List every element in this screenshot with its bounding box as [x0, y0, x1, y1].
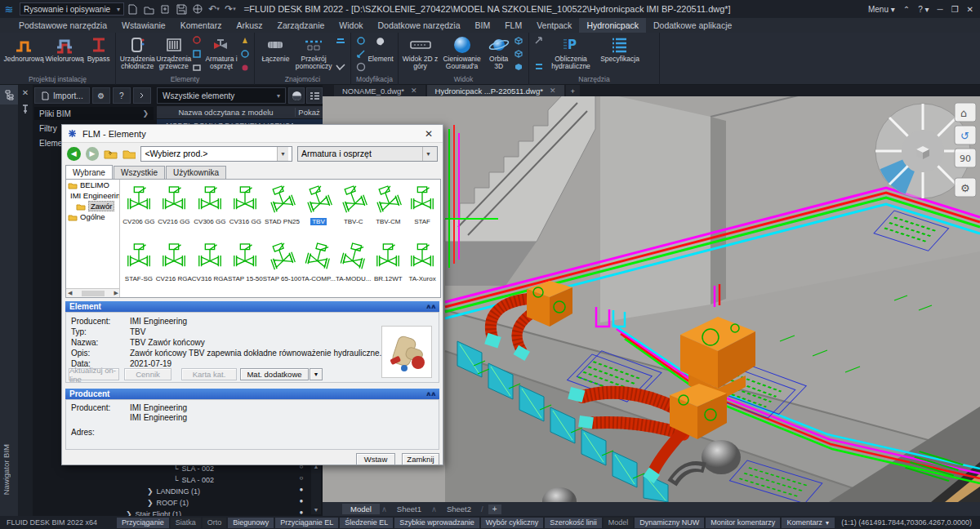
tree-node-zawor[interactable]: Zawór [66, 201, 119, 211]
forward-button[interactable]: ▶ [86, 147, 100, 161]
new-file-icon[interactable] [124, 2, 140, 16]
pin-ribbon-icon[interactable]: ⌃ [903, 5, 910, 14]
panel-scrollbar[interactable]: ▲▼ [311, 462, 321, 514]
obliczenia-hydrauliczne-button[interactable]: P Obliczenia hydrauliczne [546, 34, 596, 75]
laczenie-button[interactable]: Łączenie [258, 34, 293, 75]
catalog-item[interactable]: STAP 15-50 [228, 238, 263, 296]
folder-up-icon[interactable] [104, 148, 118, 159]
toggle-siatka[interactable]: Siatka [171, 518, 201, 528]
tab-dodatkowe-narzedzia[interactable]: Dodatkowe narzędzia [371, 18, 468, 33]
scroll-down-icon[interactable]: ▼ [314, 507, 319, 513]
toggle-przyciaganie-el[interactable]: Przyciąganie EL [275, 518, 338, 528]
tab-bim[interactable]: BIM [468, 18, 498, 33]
specyfikacja-button[interactable]: Specyfikacja [596, 34, 644, 75]
toggle-przyciaganie[interactable]: Przyciąganie [117, 518, 169, 528]
visibility-dot[interactable]: ● [296, 497, 307, 505]
customize-quick-access-icon[interactable]: = [238, 2, 255, 16]
open-file-icon[interactable] [140, 2, 157, 16]
toggle-sledzenie-el[interactable]: Śledzenie EL [340, 518, 393, 528]
layout-tab-model[interactable]: Model [342, 504, 380, 514]
close-icon[interactable]: ✕ [550, 87, 556, 95]
toggle-biegunowy[interactable]: Biegunowy [228, 518, 274, 528]
close-button[interactable]: ✕ [967, 5, 973, 14]
visibility-dot[interactable]: ● [296, 509, 307, 516]
navigator-vertical-label[interactable]: Nawigator BIM [2, 444, 11, 495]
redo-icon[interactable]: ↷▾ [222, 2, 238, 16]
small-tool-icon[interactable] [336, 36, 345, 45]
tab-ventpack[interactable]: Ventpack [529, 18, 579, 33]
cube-icon[interactable] [514, 36, 523, 46]
catalog-item[interactable]: CV216 GG [156, 181, 192, 238]
layout-tab-sheet2[interactable]: Sheet2 [439, 504, 479, 514]
collapse-icon[interactable]: ∧∧ [425, 303, 435, 310]
close-icon[interactable]: ✕ [411, 87, 417, 95]
toggle-szybkie-wprowadzanie[interactable]: Szybkie wprowadzanie [394, 518, 479, 528]
home-view-button[interactable]: ⌂ [955, 103, 976, 122]
list-view-button[interactable] [306, 87, 323, 104]
catalog-item[interactable]: TBV-CM [371, 181, 405, 238]
view-settings-button[interactable]: ⚙ [955, 178, 976, 197]
tab-wybrane[interactable]: Wybrane [65, 165, 113, 179]
close-panel-icon[interactable]: ✕ [22, 88, 29, 97]
tree-node-ogolne[interactable]: Ogólne [66, 211, 119, 222]
toggle-szerokosc-linii[interactable]: Szerokość linii [545, 518, 602, 528]
tree-node-imi[interactable]: IMI Engineering [66, 190, 119, 201]
catalog-item-selected[interactable]: TBV [301, 181, 336, 238]
panel-help-button[interactable]: ? [113, 87, 131, 104]
catalog-item[interactable]: BR.12WT [371, 238, 405, 296]
sidebar-item-pliki-bim[interactable]: Pliki BIM❯ [34, 107, 154, 120]
toggle-dynamiczny-nuw[interactable]: Dynamiczny NUW [635, 518, 704, 528]
collapse-icon[interactable]: ∧∧ [425, 390, 435, 398]
catalog-item[interactable]: CV216 RGA [156, 238, 192, 296]
doc-tab-noname[interactable]: NONAME_0.dwg*✕ [334, 85, 425, 96]
scroll-left-icon[interactable]: ◀ [68, 290, 72, 296]
tab-wszystkie[interactable]: Wszystkie [114, 166, 165, 180]
comment-dropdown[interactable]: Komentarz ▼ [782, 518, 835, 528]
menu-button[interactable]: Menu ▾ [868, 5, 895, 14]
category-combo[interactable]: Armatura i osprzęt▼ [297, 146, 438, 162]
pin-icon[interactable] [21, 104, 29, 114]
catalog-item[interactable]: TA-MODU... [336, 238, 371, 296]
catalog-item[interactable]: CV316 GG [228, 181, 263, 238]
cube-icon[interactable] [514, 49, 523, 59]
toggle-orto[interactable]: Orto [203, 518, 227, 528]
cieniowanie-button[interactable]: Cieniowanie Gouraud'a [439, 34, 485, 75]
expand-panel-button[interactable] [133, 87, 151, 104]
doc-tab-hydronicpack[interactable]: Hydronicpack ...P-220511.dwg*✕ [427, 85, 564, 96]
small-tool-icon[interactable] [241, 36, 250, 45]
tab-arkusz[interactable]: Arkusz [229, 18, 270, 33]
catalog-item[interactable]: TA-COMP... [301, 238, 336, 296]
print-icon[interactable] [189, 2, 206, 16]
visibility-dot[interactable]: ○ [296, 474, 307, 482]
tab-hydronicpack[interactable]: Hydronicpack [579, 18, 646, 33]
small-tool-icon[interactable] [193, 36, 202, 45]
small-tool-icon[interactable] [336, 63, 345, 72]
armatura-button[interactable]: Armatura i osprzęt [203, 34, 240, 75]
back-button[interactable]: ◀ [67, 147, 81, 161]
small-tool-icon[interactable] [241, 50, 250, 59]
catalog-item[interactable]: STAP 65-100 [263, 238, 301, 296]
toggle-wybor-cykliczny[interactable]: Wybór cykliczny [481, 518, 543, 528]
dialog-title-bar[interactable]: FLM - Elementy ✕ [62, 125, 443, 143]
elements-filter-dropdown[interactable]: Wszystkie elementy▾ [157, 87, 286, 104]
import-file-icon[interactable] [157, 2, 173, 16]
bypass-button[interactable]: Bypass [85, 34, 112, 75]
small-tool-icon[interactable] [534, 36, 545, 46]
help-icon[interactable]: ? ▾ [918, 5, 929, 14]
new-doc-tab-button[interactable]: + [566, 85, 581, 96]
small-tool-icon[interactable] [356, 36, 366, 46]
catalog-item[interactable]: TA-Xurox [405, 238, 439, 296]
wielorurowa-button[interactable]: Wielorurową [44, 34, 85, 75]
navigator-tab[interactable] [0, 85, 18, 104]
przekroj-pomocniczy-button[interactable]: Przekrój pomocniczy [293, 34, 335, 75]
minimize-button[interactable]: ─ [938, 5, 943, 14]
additional-materials-button[interactable]: Mat. dodatkowe [240, 368, 309, 380]
visibility-toggle-button[interactable] [288, 87, 305, 104]
cube-icon[interactable] [514, 62, 523, 72]
tree-horizontal-scrollbar[interactable]: ◀▶ [66, 288, 120, 297]
additional-materials-dropdown[interactable]: ▼ [310, 368, 323, 380]
rotate-view-button[interactable]: ↺ [955, 126, 976, 144]
tab-wstawianie[interactable]: Wstawianie [114, 18, 173, 33]
rotate-90-button[interactable]: 90 [955, 149, 976, 167]
insert-button[interactable]: Wstaw [356, 453, 395, 465]
